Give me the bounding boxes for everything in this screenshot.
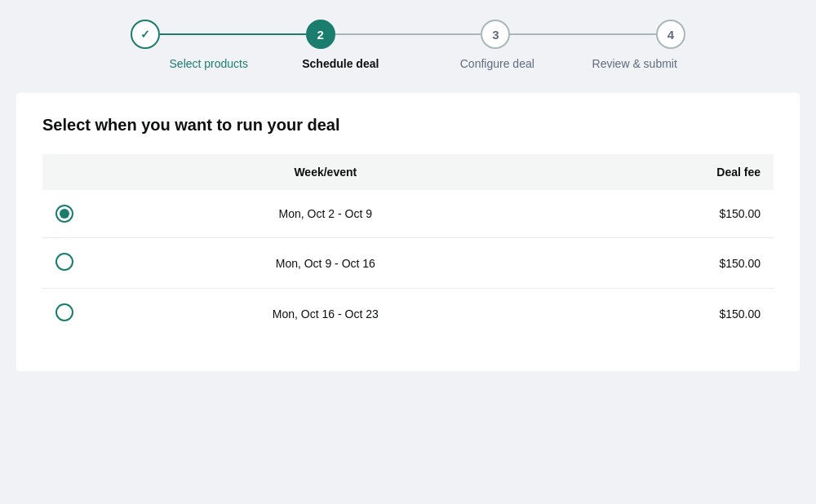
step-label-item-3: Configure deal <box>427 57 567 70</box>
stepper-section: ✓ 2 3 4 Select products Schedule deal Co… <box>0 0 816 86</box>
table-row[interactable]: Mon, Oct 2 - Oct 9$150.00 <box>42 190 774 238</box>
col-header-radio <box>42 154 108 190</box>
stepper-labels: Select products Schedule deal Configure … <box>131 57 685 70</box>
deal-fee-cell-3: $150.00 <box>543 289 774 339</box>
step-node-4[interactable]: 4 <box>656 20 685 49</box>
step-1-label: Select products <box>170 57 249 70</box>
step-3-label: Configure deal <box>460 57 534 70</box>
table-row[interactable]: Mon, Oct 16 - Oct 23$150.00 <box>42 289 774 339</box>
radio-btn-3[interactable] <box>55 303 73 321</box>
step-connector-2 <box>335 33 481 35</box>
step-connector-1 <box>160 33 306 35</box>
radio-cell-3[interactable] <box>42 289 108 339</box>
step-label-item-4: Review & submit <box>583 57 685 70</box>
checkmark-icon: ✓ <box>140 28 150 41</box>
week-event-cell-1: Mon, Oct 2 - Oct 9 <box>108 190 543 238</box>
section-title: Select when you want to run your deal <box>42 116 774 135</box>
main-content: Select when you want to run your deal We… <box>16 93 800 371</box>
radio-cell-1[interactable] <box>42 190 108 238</box>
radio-btn-2[interactable] <box>55 253 73 271</box>
table-row[interactable]: Mon, Oct 9 - Oct 16$150.00 <box>42 238 774 289</box>
week-event-cell-2: Mon, Oct 9 - Oct 16 <box>108 238 543 289</box>
week-event-cell-3: Mon, Oct 16 - Oct 23 <box>108 289 543 339</box>
step-node-3[interactable]: 3 <box>481 20 510 49</box>
stepper-track: ✓ 2 3 4 <box>131 20 685 49</box>
step-2-label: Schedule deal <box>302 57 379 70</box>
radio-cell-2[interactable] <box>42 238 108 289</box>
col-header-deal-fee: Deal fee <box>543 154 774 190</box>
deal-fee-cell-1: $150.00 <box>543 190 774 238</box>
deals-table: Week/event Deal fee Mon, Oct 2 - Oct 9$1… <box>42 154 774 338</box>
step-2-number: 2 <box>317 28 324 42</box>
step-4-number: 4 <box>667 28 674 42</box>
table-header-row: Week/event Deal fee <box>42 154 774 190</box>
col-header-week-event: Week/event <box>108 154 543 190</box>
step-3-number: 3 <box>492 28 499 42</box>
step-node-1[interactable]: ✓ <box>131 20 160 49</box>
step-connector-3 <box>510 33 656 35</box>
step-label-item-2: Schedule deal <box>263 57 419 70</box>
step-node-2[interactable]: 2 <box>306 20 335 49</box>
radio-btn-1[interactable] <box>55 205 73 223</box>
deal-fee-cell-2: $150.00 <box>543 238 774 289</box>
step-4-label: Review & submit <box>592 57 677 70</box>
